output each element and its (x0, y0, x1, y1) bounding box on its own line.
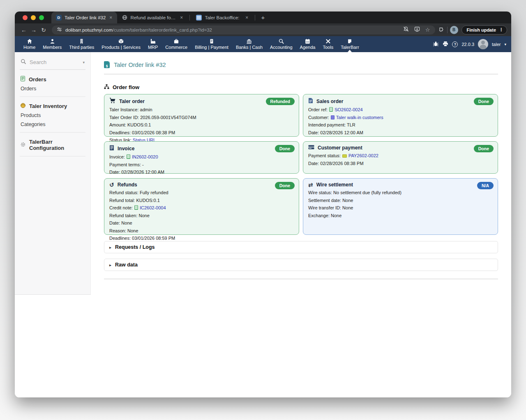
sidebar-item-products[interactable]: Products (21, 112, 85, 118)
search-dropdown-icon[interactable]: ▾ (83, 60, 85, 64)
sidebar-item-categories[interactable]: Categories (21, 122, 85, 127)
address-bar[interactable]: dolibarr.potuzhnyi.com/custom/talerbarr/… (52, 25, 435, 34)
card-sales-order: Sales order Done Order ref: SO2602-0024C… (303, 94, 498, 137)
nav-item-tools[interactable]: Tools (319, 36, 337, 52)
sidebar-search[interactable]: Search ▾ (20, 52, 85, 70)
tab-taler-order-link[interactable]: D Taler Order link #32 × (51, 11, 117, 23)
bookmark-star-icon[interactable]: ☆ (425, 27, 430, 33)
card-field-link[interactable]: IN2602-0020 (132, 154, 158, 159)
reload-button[interactable]: ↻ (39, 27, 48, 33)
undo-icon: ↺ (109, 182, 114, 188)
card-field: Date: None (109, 220, 294, 226)
card-field-link[interactable]: IC2602-0004 (140, 205, 166, 210)
notifications-blocked-icon[interactable] (403, 26, 409, 34)
card-invoice: Invoice Done Invoice: IN2602-0020Payment… (104, 141, 299, 174)
magnifier-dollar-icon (279, 39, 284, 44)
profile-avatar[interactable]: B (450, 26, 458, 34)
browser-menu-icon[interactable]: ⋮ (499, 27, 503, 32)
person-icon (50, 39, 55, 44)
nav-item-commerce[interactable]: Commerce (161, 36, 191, 52)
close-tab-icon[interactable]: × (245, 15, 249, 21)
install-icon[interactable] (414, 26, 420, 34)
back-button[interactable]: ← (19, 27, 29, 33)
print-icon[interactable] (443, 41, 448, 48)
inventory-box-icon (21, 103, 25, 109)
card-field: Amount: KUDOS:0.1 (109, 122, 294, 128)
main-content: $ Taler Order link #32 Order flow Taler … (91, 52, 511, 397)
nav-item-accounting[interactable]: Accounting (266, 36, 296, 52)
tab-refund-available[interactable]: Refund available for Order fro × (117, 11, 188, 23)
status-badge: Done (474, 98, 494, 105)
card-field-link[interactable]: SO2602-0024 (335, 107, 363, 112)
collapse-arrow-icon: ▸ (109, 263, 111, 267)
user-avatar[interactable] (478, 39, 488, 49)
left-sidebar: Search ▾ Orders Orders Taler Inventory P… (15, 52, 91, 295)
card-customer-payment: Customer payment Done Payment status: PA… (303, 141, 498, 174)
card-field-link[interactable]: PAY2602-0022 (348, 153, 378, 158)
card-field: Payment terms: - (109, 162, 294, 168)
user-menu-chevron-icon[interactable]: ▾ (504, 42, 506, 46)
close-window-button[interactable] (23, 15, 28, 20)
sidebar-divider (20, 132, 85, 133)
card-field: Reason: None (109, 228, 294, 234)
tools-icon (325, 39, 331, 44)
card-refunds: ↺ Refunds Done Refund status: Fully refu… (104, 178, 299, 235)
gear-icon (21, 142, 25, 148)
username-label[interactable]: taler (492, 42, 501, 47)
url-domain: dolibarr.potuzhnyi.com (65, 28, 113, 32)
url-text[interactable]: dolibarr.potuzhnyi.com/custom/talerbarr/… (65, 28, 400, 32)
sidebar-section-talerbarr-configuration[interactable]: TalerBarr Configuration (21, 139, 85, 151)
nav-item-mrp[interactable]: MRP (144, 36, 161, 52)
taler-order-link-icon: $ (104, 61, 110, 68)
tab-separator (255, 15, 255, 21)
nav-item-home[interactable]: Home (20, 36, 39, 52)
zoom-window-button[interactable] (39, 15, 44, 20)
nav-item-members[interactable]: Members (39, 36, 65, 52)
card-field: Wire status: No settlement due (fully re… (308, 190, 493, 196)
nav-item-agenda[interactable]: Agenda (296, 36, 319, 52)
site-info-icon[interactable] (57, 26, 62, 34)
finish-update-button[interactable]: Finish update ⋮ (461, 25, 508, 34)
status-badge: Refunded (266, 98, 295, 105)
card-field-link[interactable]: Taler walk-in customers (336, 115, 383, 120)
sidebar-item-orders[interactable]: Orders (21, 86, 85, 92)
minimize-window-button[interactable] (31, 15, 36, 20)
forward-button[interactable]: → (29, 27, 39, 33)
nav-item-products-services[interactable]: Products | Services (98, 36, 144, 52)
tab-title: Taler Order link #32 (65, 15, 106, 20)
close-tab-icon[interactable]: × (179, 15, 184, 21)
card-field: Date: 02/28/2026 12:00 AM (308, 130, 493, 136)
status-badge: Done (275, 182, 295, 189)
raw-data-collapsible[interactable]: ▸ Raw data (104, 259, 498, 271)
calendar-icon (305, 39, 310, 44)
factory-icon (150, 39, 156, 44)
tab-taler-backoffice[interactable]: Taler Backoffice: × (191, 11, 253, 23)
card-field: Intended payment: TLR (308, 122, 493, 128)
nav-item-talerbarr[interactable]: TalerBarr (337, 36, 363, 52)
sidebar-divider (20, 96, 85, 97)
status-badge: Done (474, 145, 494, 152)
talerbarr-icon (347, 39, 352, 44)
new-tab-button[interactable]: + (261, 14, 265, 21)
company-icon (331, 115, 335, 119)
help-icon[interactable]: ? (452, 41, 458, 47)
card-field: Date: 02/28/2026 12:00 AM (109, 169, 294, 175)
extensions-icon[interactable] (438, 26, 445, 34)
nav-item-third-parties[interactable]: Third parties (65, 36, 98, 52)
document-green-icon (329, 107, 333, 112)
search-placeholder: Search (30, 59, 79, 65)
debug-bug-icon[interactable] (433, 41, 439, 48)
card-field: Customer: Taler walk-in customers (308, 115, 493, 121)
money-icon (342, 154, 347, 158)
bank-icon (246, 39, 252, 44)
close-tab-icon[interactable]: × (108, 15, 113, 21)
card-field: Order ref: SO2602-0024 (308, 107, 493, 113)
card-field: Wire transfer ID: None (308, 205, 493, 211)
requests-logs-collapsible[interactable]: ▸ Requests / Logs (104, 241, 498, 253)
card-field: Taler Order ID: 2026.059-0001V54TG074M (109, 115, 294, 121)
nav-item-billing-payment[interactable]: Billing | Payment (191, 36, 232, 52)
card-field: Refund status: Fully refunded (109, 190, 294, 196)
card-title: Customer payment (318, 145, 362, 151)
nav-item-banks-cash[interactable]: Banks | Cash (232, 36, 266, 52)
dolibarr-top-nav: Home Members Third parties Products | Se… (15, 36, 511, 52)
